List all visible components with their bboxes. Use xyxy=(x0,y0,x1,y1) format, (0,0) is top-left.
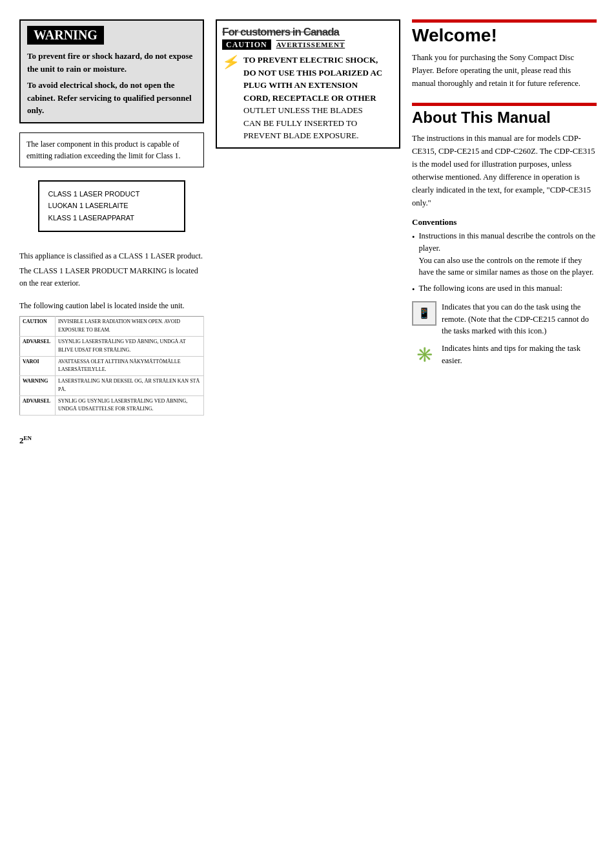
shock-line-1: TO PREVENT ELECTRIC SHOCK, xyxy=(243,54,382,67)
welcome-section: Welcome! Thank you for purchasing the So… xyxy=(412,19,597,94)
avertissement-label: AVERTISSEMENT xyxy=(276,41,345,48)
caution-text-cell: INVISIBLE LASER RADIATION WHEN OPEN. AVO… xyxy=(56,317,204,337)
welcome-title: Welcome! xyxy=(412,25,597,46)
table-row: WARNING LASERSTRALING NÅR DEKSEL OG, ÅR … xyxy=(20,376,204,396)
warning-text-1: To prevent fire or shock hazard, do not … xyxy=(27,50,196,75)
hint-icon: ✳️ xyxy=(416,346,433,363)
caution-label-cell: VAROI xyxy=(20,356,56,376)
hint-icon-img: ✳️ xyxy=(412,342,436,367)
class-text-2: The CLASS 1 LASER PRODUCT MARKING is loc… xyxy=(19,265,204,290)
table-row: CAUTION INVISIBLE LASER RADIATION WHEN O… xyxy=(20,317,204,337)
conventions-section: Conventions • Instructions in this manua… xyxy=(412,217,597,367)
caution-label-cell: ADVARSEL xyxy=(20,336,56,356)
caution-table: CAUTION INVISIBLE LASER RADIATION WHEN O… xyxy=(19,316,204,416)
shock-line-6: CAN BE FULLY INSERTED TO xyxy=(243,117,382,130)
warning-title: WARNING xyxy=(27,26,104,45)
caution-header-title: For customers in Canada xyxy=(222,26,394,39)
about-text: The instructions in this manual are for … xyxy=(412,132,597,209)
bullet-text-2: The following icons are used in this man… xyxy=(418,282,562,296)
table-row: ADVARSEL SYNLIG OG USYNLIG LASERSTRÅLING… xyxy=(20,395,204,416)
icon-text-1: Indicates that you can do the task using… xyxy=(442,301,597,337)
icon-box-2: ✳️ Indicates hints and tips for making t… xyxy=(412,342,597,367)
shock-line-7: PREVENT BLADE EXPOSURE. xyxy=(243,129,382,142)
caution-header-box: For customers in Canada CAUTION AVERTISS… xyxy=(216,19,400,149)
caution-badge: CAUTION xyxy=(222,39,271,50)
welcome-text: Thank you for purchasing the Sony Compac… xyxy=(412,51,597,90)
laser-notice-box: The laser component in this product is c… xyxy=(19,132,204,167)
table-row: VAROI AVATTAESSA OLET ALTTIINA NÄKYMÄTTÖ… xyxy=(20,356,204,376)
class1-line-3: KLASS 1 LASERAPPARAT xyxy=(48,212,176,224)
shock-line-3: PLUG WITH AN EXTENSION xyxy=(243,79,382,92)
lightning-icon: ⚡ xyxy=(221,52,241,72)
class-text: This appliance is classified as a CLASS … xyxy=(19,250,204,290)
welcome-header-bar xyxy=(412,19,597,23)
bullet-item-1: • Instructions in this manual describe t… xyxy=(412,230,597,279)
laser-notice-text: The laser component in this product is c… xyxy=(26,140,181,160)
bullet-dot-1: • xyxy=(412,231,415,279)
class-text-1: This appliance is classified as a CLASS … xyxy=(19,250,204,262)
page-number-area: 2EN xyxy=(19,435,204,446)
about-body: The instructions in this manual are for … xyxy=(412,132,597,209)
warning-box: WARNING To prevent fire or shock hazard,… xyxy=(19,19,204,123)
right-column: Welcome! Thank you for purchasing the So… xyxy=(412,19,597,447)
shock-line-4: CORD, RECEPTACLE OR OTHER xyxy=(243,92,382,105)
warning-text: To prevent fire or shock hazard, do not … xyxy=(27,50,196,117)
bullet-item-2: • The following icons are used in this m… xyxy=(412,282,597,296)
left-column: WARNING To prevent fire or shock hazard,… xyxy=(19,19,204,447)
class1-box: CLASS 1 LASER PRODUCT LUOKAN 1 LASERLAIT… xyxy=(38,180,186,232)
caution-label-text: The following caution label is located i… xyxy=(19,300,204,312)
caution-text-cell: SYNLIG OG USYNLIG LASERSTRÅLING VED ÅBNI… xyxy=(56,395,204,416)
caution-label-box: The following caution label is located i… xyxy=(19,300,204,416)
about-header-bar xyxy=(412,103,597,106)
caution-text-cell: LASERSTRALING NÅR DEKSEL OG, ÅR STRÅLEN … xyxy=(56,376,204,396)
table-row: ADVARSEL USYNLIG LASERSTRÅLING VED ÅBNIN… xyxy=(20,336,204,356)
caution-text-cell: AVATTAESSA OLET ALTTIINA NÄKYMÄTTÖMÄLLE … xyxy=(56,356,204,376)
shock-warning-text: TO PREVENT ELECTRIC SHOCK, DO NOT USE TH… xyxy=(243,54,382,142)
shock-warning-row: ⚡ TO PREVENT ELECTRIC SHOCK, DO NOT USE … xyxy=(222,54,394,142)
class1-line-2: LUOKAN 1 LASERLAITE xyxy=(48,200,176,212)
remote-icon-img: 📱 xyxy=(412,301,436,326)
remote-icon: 📱 xyxy=(418,307,431,319)
middle-column: For customers in Canada CAUTION AVERTISS… xyxy=(216,19,400,447)
caution-label-cell: WARNING xyxy=(20,376,56,396)
bullet-text-1: Instructions in this manual describe the… xyxy=(418,230,597,279)
caution-text-cell: USYNLIG LASERSTRÅLING VED ÅBNING, UNDGÅ … xyxy=(56,336,204,356)
warning-text-2: To avoid electrical shock, do not open t… xyxy=(27,79,196,117)
shock-line-2: DO NOT USE THIS POLARIZED AC xyxy=(243,67,382,79)
caution-label-cell: CAUTION xyxy=(20,317,56,337)
shock-line-5: OUTLET UNLESS THE BLADES xyxy=(243,104,382,117)
page-number-superscript: EN xyxy=(24,435,32,441)
icon-text-2: Indicates hints and tips for making the … xyxy=(442,342,597,367)
bullet-dot-2: • xyxy=(412,284,415,296)
about-section: About This Manual The instructions in th… xyxy=(412,103,597,372)
class1-line-1: CLASS 1 LASER PRODUCT xyxy=(48,188,176,200)
welcome-body: Thank you for purchasing the Sony Compac… xyxy=(412,51,597,90)
icon-box-1: 📱 Indicates that you can do the task usi… xyxy=(412,301,597,337)
about-title: About This Manual xyxy=(412,109,597,127)
conventions-title: Conventions xyxy=(412,217,597,227)
caution-label-cell: ADVARSEL xyxy=(20,395,56,416)
caution-label: CAUTION AVERTISSEMENT xyxy=(222,40,394,50)
